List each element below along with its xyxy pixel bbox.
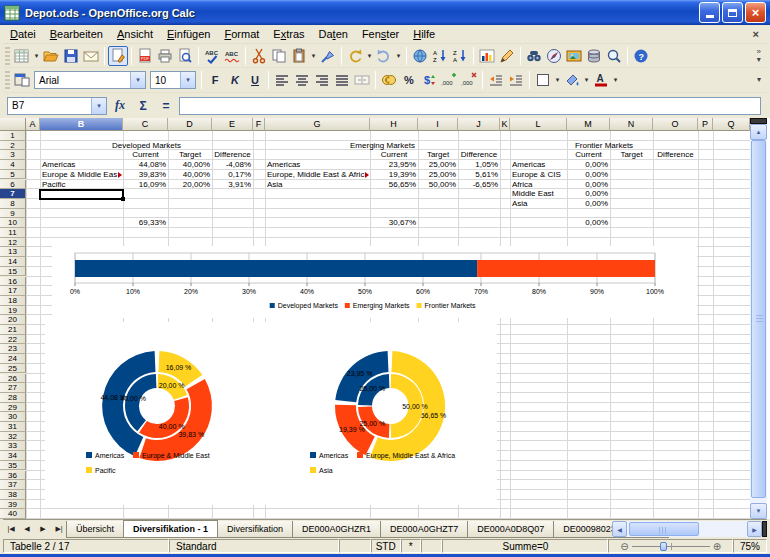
sheet-tab-de000a0d8q07[interactable]: DE000A0D8Q07 (467, 521, 554, 538)
column-header-M[interactable]: M (567, 118, 610, 131)
horizontal-scrollbar[interactable]: ◀ ▶ (612, 521, 762, 537)
titlebar[interactable]: Depot.ods - OpenOffice.org Calc × (0, 0, 770, 25)
menu-einfgen[interactable]: Einfügen (160, 26, 217, 42)
row-header-25[interactable]: 25 (0, 364, 26, 374)
cell-B5[interactable]: Europe & Middle Eas (40, 170, 123, 180)
sheet-tab-de000a0ghzt7[interactable]: DE000A0GHZT7 (380, 521, 468, 538)
cell-E6[interactable]: 3,91% (212, 180, 253, 190)
donut-charts-object[interactable]: 44,08 %39,83 %16,09 %40,00 %40,00 %20,00… (45, 322, 497, 505)
cell-D4[interactable]: 40,00% (168, 160, 212, 170)
cell-M4[interactable]: 0,00% (567, 160, 610, 170)
minimize-button[interactable] (699, 2, 720, 23)
zoom-level-indicator[interactable]: 75% (733, 539, 767, 553)
sheet-tab--bersicht[interactable]: Übersicht (66, 521, 124, 538)
bar-segment-developed-markets[interactable] (75, 260, 477, 277)
row-header-30[interactable]: 30 (0, 412, 26, 422)
first-sheet-button[interactable]: |◀ (3, 521, 19, 537)
standard-format-button[interactable]: $ (419, 70, 439, 90)
cell-H4[interactable]: 23,95% (370, 160, 418, 170)
cell-C5[interactable]: 39,83% (123, 170, 168, 180)
function-wizard-button[interactable]: fx (110, 96, 130, 116)
zoom-slider-thumb[interactable] (660, 542, 667, 551)
horizontal-scroll-thumb[interactable] (629, 522, 699, 536)
cell-M10[interactable]: 0,00% (567, 218, 610, 228)
row-header-5[interactable]: 5 (0, 170, 26, 180)
decrease-indent-button[interactable] (486, 70, 506, 90)
column-header-L[interactable]: L (510, 118, 567, 131)
column-header-C[interactable]: C (123, 118, 168, 131)
split-window-handle-horizontal[interactable] (762, 521, 767, 537)
data-sources-button[interactable] (584, 46, 604, 66)
delete-decimal-button[interactable]: ,000 (459, 70, 479, 90)
cell-G2[interactable]: Emerging Markets (265, 141, 500, 151)
open-button[interactable] (41, 46, 61, 66)
column-header-D[interactable]: D (168, 118, 212, 131)
cell-M5[interactable]: 0,00% (567, 170, 610, 180)
column-header-Q[interactable]: Q (713, 118, 750, 131)
row-header-7[interactable]: 7 (0, 189, 26, 199)
cell-H6[interactable]: 56,65% (370, 180, 418, 190)
cell-H10[interactable]: 30,67% (370, 218, 418, 228)
undo-dropdown[interactable]: ▾ (365, 46, 374, 66)
row-header-10[interactable]: 10 (0, 218, 26, 228)
row-header-35[interactable]: 35 (0, 461, 26, 471)
sheet-tab-de000a0ghzr1[interactable]: DE000A0GHZR1 (292, 521, 381, 538)
select-all-corner[interactable] (0, 118, 26, 131)
scroll-left-button[interactable]: ◀ (612, 521, 627, 537)
row-header-29[interactable]: 29 (0, 403, 26, 413)
draw-functions-button[interactable] (497, 46, 517, 66)
row-header-8[interactable]: 8 (0, 199, 26, 209)
cell-L8[interactable]: Asia (510, 199, 567, 209)
cell-I6[interactable]: 50,00% (418, 180, 458, 190)
row-header-6[interactable]: 6 (0, 180, 26, 190)
background-color-dropdown[interactable]: ▾ (582, 70, 591, 90)
borders-button[interactable] (533, 70, 553, 90)
row-header-18[interactable]: 18 (0, 296, 26, 306)
column-header-H[interactable]: H (370, 118, 418, 131)
page-preview-button[interactable] (175, 46, 195, 66)
cell-L7[interactable]: Middle East (510, 189, 567, 199)
sheet-tab-diversifikation[interactable]: Diversifikation (217, 521, 293, 538)
column-header-F[interactable]: F (253, 118, 265, 131)
formula-input[interactable] (179, 97, 761, 115)
new-document-button[interactable] (12, 46, 32, 66)
redo-button[interactable] (374, 46, 394, 66)
scroll-down-button[interactable]: ▼ (750, 503, 767, 519)
paste-dropdown[interactable]: ▾ (309, 46, 318, 66)
sort-descending-button[interactable]: ZA (450, 46, 470, 66)
cell-C10[interactable]: 69,33% (123, 218, 168, 228)
column-header-P[interactable]: P (698, 118, 713, 131)
row-header-22[interactable]: 22 (0, 335, 26, 345)
cell-reference-dropdown[interactable]: ▾ (91, 98, 106, 114)
column-header-N[interactable]: N (610, 118, 653, 131)
cell-B2[interactable]: Developed Markets (40, 141, 253, 151)
cell-N3[interactable]: Target (610, 150, 653, 160)
active-cell-B7[interactable] (39, 189, 124, 200)
autospellcheck-button[interactable]: ABC (222, 46, 242, 66)
close-window-button[interactable]: × (745, 2, 766, 23)
row-header-9[interactable]: 9 (0, 209, 26, 219)
insert-chart-button[interactable] (477, 46, 497, 66)
cell-C6[interactable]: 16,09% (123, 180, 168, 190)
edit-mode-button[interactable] (108, 46, 128, 66)
cell-L2[interactable]: Frontier Markets (510, 141, 698, 151)
sheet-tab-diversifikation-1[interactable]: Diversifikation - 1 (123, 520, 218, 538)
allocation-bar-chart-object[interactable]: 0%10%20%30%40%50%60%70%80%90%100%Develop… (52, 246, 697, 318)
cell-G4[interactable]: Americas (265, 160, 370, 170)
cell-D3[interactable]: Target (168, 150, 212, 160)
row-header-2[interactable]: 2 (0, 141, 26, 151)
cell-C4[interactable]: 44,08% (123, 160, 168, 170)
background-color-button[interactable] (562, 70, 582, 90)
maximize-button[interactable] (722, 2, 743, 23)
toolbar-overflow-button[interactable]: ▾ (757, 76, 767, 84)
page-style-indicator[interactable]: Standard (169, 539, 339, 553)
column-header-B[interactable]: B (40, 118, 123, 131)
row-header-37[interactable]: 37 (0, 480, 26, 490)
font-name-dropdown[interactable]: ▾ (130, 72, 145, 88)
redo-dropdown[interactable]: ▾ (394, 46, 403, 66)
cell-J4[interactable]: 1,05% (458, 160, 500, 170)
increase-indent-button[interactable] (506, 70, 526, 90)
menu-fenster[interactable]: Fenster (355, 26, 406, 42)
bold-button[interactable]: F (205, 70, 225, 90)
toolbar-grip[interactable] (5, 47, 10, 65)
